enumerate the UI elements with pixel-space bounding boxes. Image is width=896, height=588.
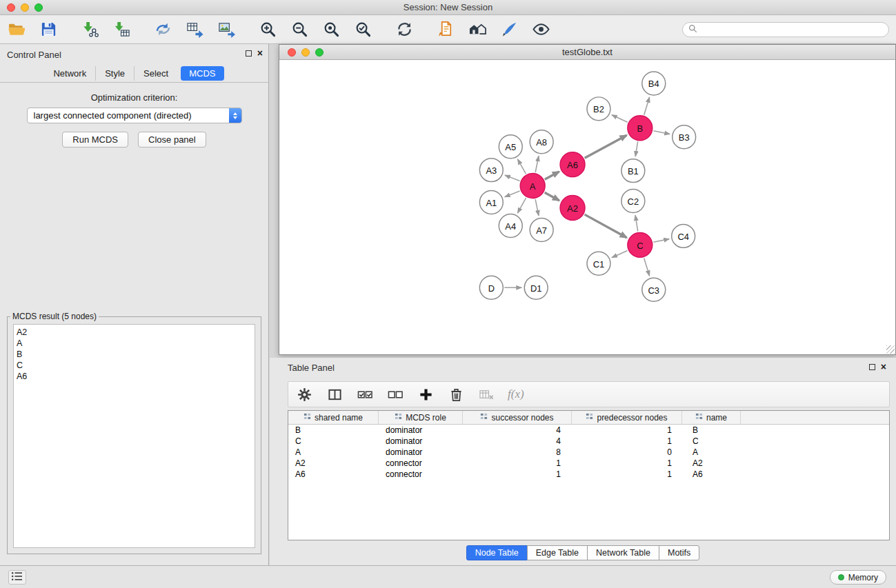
table-browser-button[interactable] — [8, 570, 26, 585]
result-item[interactable]: C — [17, 360, 255, 371]
tab-network[interactable]: Network — [44, 66, 95, 81]
edge-A-A4[interactable] — [517, 198, 526, 213]
node-A1[interactable]: A1 — [479, 191, 503, 214]
table-panel-float-icon[interactable] — [869, 364, 875, 370]
float-panel-icon[interactable] — [246, 50, 252, 57]
open-session-icon[interactable] — [6, 19, 28, 41]
tab-edge-table[interactable]: Edge Table — [527, 545, 588, 560]
close-panel-button[interactable]: Close panel — [138, 132, 206, 148]
node-D1[interactable]: D1 — [524, 276, 548, 299]
result-item[interactable]: A6 — [17, 371, 255, 382]
node-A4[interactable]: A4 — [499, 214, 522, 237]
node-A8[interactable]: A8 — [530, 130, 553, 154]
node-A2[interactable]: A2 — [560, 196, 585, 221]
node-C1[interactable]: C1 — [587, 252, 610, 275]
edge-A-A5[interactable] — [518, 159, 526, 174]
edge-B-B1[interactable] — [635, 141, 637, 156]
edge-A-A6[interactable] — [545, 172, 559, 179]
select-all-icon[interactable] — [356, 385, 374, 403]
close-panel-icon[interactable]: × — [257, 49, 263, 57]
tab-node-table[interactable]: Node Table — [466, 545, 528, 560]
node-A6[interactable]: A6 — [560, 152, 585, 177]
node-B3[interactable]: B3 — [673, 125, 696, 149]
search-input[interactable] — [701, 25, 873, 34]
edge-A-A3[interactable] — [505, 175, 520, 181]
tab-network-table[interactable]: Network Table — [587, 545, 659, 560]
node-B[interactable]: B — [628, 116, 653, 141]
edge-B-B4[interactable] — [644, 97, 650, 115]
zoom-selected-icon[interactable] — [352, 19, 374, 41]
zoom-out-icon[interactable] — [288, 19, 310, 41]
table-panel-close-icon[interactable]: × — [881, 363, 886, 371]
criterion-dropdown[interactable]: largest connected component (directed) — [27, 108, 242, 123]
table-row[interactable]: A6connector11A6 — [288, 469, 889, 480]
edge-B-B3[interactable] — [653, 131, 670, 134]
import-table-icon[interactable] — [110, 19, 132, 41]
save-session-icon[interactable] — [37, 19, 59, 41]
export-image-icon[interactable] — [215, 19, 237, 41]
edge-B-B2[interactable] — [612, 115, 628, 123]
network-canvas[interactable]: AA1A2A3A4A5A6A7A8BB1B2B3B4CC1C2C3C4DD1 — [279, 60, 895, 354]
delete-column-icon[interactable] — [447, 385, 465, 403]
edge-C-C3[interactable] — [644, 258, 650, 276]
edge-A2-C[interactable] — [585, 214, 627, 238]
export-network-icon[interactable] — [152, 19, 174, 41]
delete-table-icon[interactable] — [477, 385, 495, 403]
table-row[interactable]: Bdominator41B — [288, 425, 889, 436]
export-table-icon[interactable] — [183, 19, 206, 41]
node-C2[interactable]: C2 — [621, 190, 645, 213]
edge-A-A8[interactable] — [535, 156, 539, 172]
result-item[interactable]: A2 — [17, 327, 255, 338]
node-B4[interactable]: B4 — [642, 72, 666, 95]
column-header-shared-name[interactable]: shared name — [288, 411, 379, 424]
split-panel-icon[interactable] — [326, 385, 344, 403]
edge-C-C4[interactable] — [653, 239, 669, 243]
deselect-all-icon[interactable] — [386, 385, 404, 403]
result-item[interactable]: A — [17, 338, 255, 349]
memory-button[interactable]: Memory — [830, 570, 886, 585]
node-B1[interactable]: B1 — [621, 159, 645, 183]
node-A7[interactable]: A7 — [530, 218, 553, 241]
node-A5[interactable]: A5 — [499, 135, 522, 159]
table-row[interactable]: A2connector11A2 — [288, 458, 889, 469]
run-mcds-button[interactable]: Run MCDS — [62, 132, 128, 148]
result-item[interactable]: B — [17, 349, 255, 360]
style-brush-icon[interactable] — [498, 19, 520, 41]
table-row[interactable]: Adominator80A — [288, 447, 889, 458]
settings-gear-icon[interactable] — [295, 385, 313, 403]
tab-select[interactable]: Select — [134, 66, 177, 81]
table-row[interactable]: Cdominator41C — [288, 436, 889, 447]
edge-A-A7[interactable] — [535, 199, 539, 216]
edge-C-C1[interactable] — [612, 251, 628, 258]
resize-grip[interactable] — [886, 345, 895, 354]
show-hide-panels-icon[interactable] — [466, 19, 488, 41]
column-header-successor-nodes[interactable]: successor nodes — [463, 411, 572, 424]
node-A[interactable]: A — [520, 174, 545, 199]
tab-mcds[interactable]: MCDS — [181, 66, 223, 81]
node-A3[interactable]: A3 — [479, 159, 503, 182]
edge-A-A2[interactable] — [545, 192, 559, 201]
node-C3[interactable]: C3 — [642, 278, 666, 301]
function-builder-button[interactable]: f(x) — [508, 387, 524, 401]
create-column-icon[interactable] — [417, 385, 435, 403]
node-B2[interactable]: B2 — [587, 97, 610, 121]
zoom-fit-icon[interactable] — [320, 19, 342, 41]
mcds-result-list[interactable]: A2ABCA6 — [13, 324, 255, 548]
refresh-icon[interactable] — [393, 19, 415, 41]
edge-C-C2[interactable] — [635, 215, 638, 231]
first-neighbors-icon[interactable] — [435, 19, 457, 41]
edge-A6-B[interactable] — [585, 135, 627, 158]
tab-motifs[interactable]: Motifs — [659, 545, 699, 560]
import-network-icon[interactable] — [79, 19, 101, 41]
column-header-mcds-role[interactable]: MCDS role — [379, 411, 463, 424]
node-D[interactable]: D — [479, 276, 503, 299]
eye-icon[interactable] — [530, 19, 552, 41]
node-C[interactable]: C — [628, 232, 653, 257]
column-header-predecessor-nodes[interactable]: predecessor nodes — [572, 411, 682, 424]
tab-style[interactable]: Style — [95, 66, 134, 81]
edge-A-A1[interactable] — [505, 191, 520, 197]
zoom-in-icon[interactable] — [257, 19, 279, 41]
column-header-name[interactable]: name — [682, 411, 741, 424]
node-C4[interactable]: C4 — [672, 224, 695, 247]
search-box[interactable] — [682, 22, 889, 37]
